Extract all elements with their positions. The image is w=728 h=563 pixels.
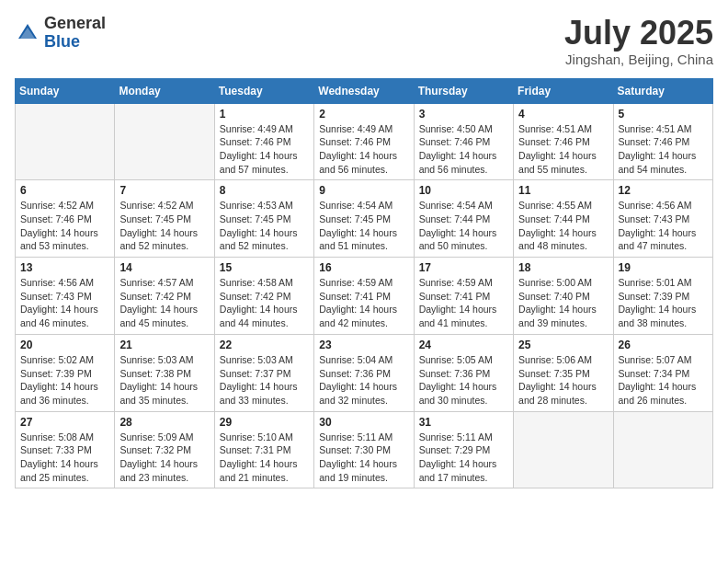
calendar-day-cell: 7Sunrise: 4:52 AM Sunset: 7:45 PM Daylig… (115, 180, 214, 258)
day-info: Sunrise: 4:51 AM Sunset: 7:46 PM Dayligh… (619, 122, 708, 177)
day-info: Sunrise: 5:01 AM Sunset: 7:39 PM Dayligh… (619, 276, 708, 330)
calendar-day-cell: 4Sunrise: 4:51 AM Sunset: 7:46 PM Daylig… (514, 103, 613, 180)
calendar-day-cell: 8Sunrise: 4:53 AM Sunset: 7:45 PM Daylig… (214, 180, 313, 258)
day-info: Sunrise: 4:49 AM Sunset: 7:46 PM Dayligh… (220, 122, 309, 177)
calendar-day-cell: 21Sunrise: 5:03 AM Sunset: 7:38 PM Dayli… (115, 334, 214, 411)
day-number: 22 (220, 339, 309, 351)
day-info: Sunrise: 4:50 AM Sunset: 7:46 PM Dayligh… (419, 122, 508, 177)
day-number: 4 (518, 108, 608, 121)
calendar-day-cell: 31Sunrise: 5:11 AM Sunset: 7:29 PM Dayli… (414, 411, 513, 488)
calendar-day-cell: 1Sunrise: 4:49 AM Sunset: 7:46 PM Daylig… (214, 103, 313, 180)
calendar-day-cell: 18Sunrise: 5:00 AM Sunset: 7:40 PM Dayli… (514, 258, 613, 335)
calendar-day-cell: 23Sunrise: 5:04 AM Sunset: 7:36 PM Dayli… (314, 334, 414, 411)
day-number: 28 (119, 416, 209, 429)
day-info: Sunrise: 4:53 AM Sunset: 7:45 PM Dayligh… (220, 199, 309, 253)
day-number: 3 (419, 108, 508, 121)
day-info: Sunrise: 5:02 AM Sunset: 7:39 PM Dayligh… (20, 353, 109, 408)
day-number: 8 (220, 184, 309, 197)
calendar-week-row: 13Sunrise: 4:56 AM Sunset: 7:43 PM Dayli… (16, 258, 713, 335)
day-number: 12 (619, 184, 708, 197)
day-number: 18 (518, 261, 608, 274)
calendar-day-cell: 10Sunrise: 4:54 AM Sunset: 7:44 PM Dayli… (414, 180, 513, 258)
logo-blue-text: Blue (44, 32, 80, 51)
weekday-header-row: SundayMondayTuesdayWednesdayThursdayFrid… (16, 78, 713, 103)
location: Jingshan, Beijing, China (564, 52, 713, 67)
day-number: 13 (20, 261, 109, 274)
day-info: Sunrise: 4:52 AM Sunset: 7:46 PM Dayligh… (20, 199, 109, 253)
day-number: 31 (419, 416, 508, 429)
logo-general-text: General (44, 14, 106, 32)
day-info: Sunrise: 5:09 AM Sunset: 7:32 PM Dayligh… (119, 431, 209, 485)
day-number: 16 (319, 261, 408, 274)
calendar-day-cell: 19Sunrise: 5:01 AM Sunset: 7:39 PM Dayli… (613, 258, 712, 335)
calendar-day-cell: 6Sunrise: 4:52 AM Sunset: 7:46 PM Daylig… (16, 180, 115, 258)
day-number: 9 (319, 184, 408, 197)
logo-text: General Blue (44, 15, 106, 52)
calendar-day-cell: 25Sunrise: 5:06 AM Sunset: 7:35 PM Dayli… (514, 334, 613, 411)
day-info: Sunrise: 4:56 AM Sunset: 7:43 PM Dayligh… (20, 276, 109, 330)
day-number: 27 (20, 416, 109, 429)
day-number: 24 (419, 339, 508, 351)
calendar-day-cell: 30Sunrise: 5:11 AM Sunset: 7:30 PM Dayli… (314, 411, 414, 488)
calendar-day-cell: 26Sunrise: 5:07 AM Sunset: 7:34 PM Dayli… (613, 334, 712, 411)
calendar-day-cell: 24Sunrise: 5:05 AM Sunset: 7:36 PM Dayli… (414, 334, 513, 411)
day-info: Sunrise: 5:08 AM Sunset: 7:33 PM Dayligh… (20, 431, 109, 485)
weekday-header: Wednesday (314, 78, 414, 103)
day-info: Sunrise: 5:11 AM Sunset: 7:29 PM Dayligh… (419, 431, 508, 485)
calendar-day-cell: 3Sunrise: 4:50 AM Sunset: 7:46 PM Daylig… (414, 103, 513, 180)
weekday-header: Saturday (613, 78, 712, 103)
day-info: Sunrise: 5:04 AM Sunset: 7:36 PM Dayligh… (319, 353, 408, 408)
day-info: Sunrise: 4:51 AM Sunset: 7:46 PM Dayligh… (518, 122, 608, 177)
day-number: 30 (319, 416, 408, 429)
day-number: 6 (20, 184, 109, 197)
month-title: July 2025 (564, 15, 713, 52)
calendar-day-cell: 11Sunrise: 4:55 AM Sunset: 7:44 PM Dayli… (514, 180, 613, 258)
day-info: Sunrise: 4:59 AM Sunset: 7:41 PM Dayligh… (419, 276, 508, 330)
logo: General Blue (15, 15, 106, 52)
calendar-week-row: 20Sunrise: 5:02 AM Sunset: 7:39 PM Dayli… (16, 334, 713, 411)
day-info: Sunrise: 5:10 AM Sunset: 7:31 PM Dayligh… (220, 431, 309, 485)
day-info: Sunrise: 4:54 AM Sunset: 7:45 PM Dayligh… (319, 199, 408, 253)
day-number: 7 (119, 184, 209, 197)
calendar-week-row: 1Sunrise: 4:49 AM Sunset: 7:46 PM Daylig… (16, 103, 713, 180)
day-number: 10 (419, 184, 508, 197)
weekday-header: Monday (115, 78, 214, 103)
weekday-header: Thursday (414, 78, 513, 103)
calendar-day-cell: 27Sunrise: 5:08 AM Sunset: 7:33 PM Dayli… (16, 411, 115, 488)
day-info: Sunrise: 5:03 AM Sunset: 7:37 PM Dayligh… (220, 353, 309, 408)
calendar-day-cell: 9Sunrise: 4:54 AM Sunset: 7:45 PM Daylig… (314, 180, 414, 258)
day-number: 19 (619, 261, 708, 274)
day-number: 1 (220, 108, 309, 121)
day-info: Sunrise: 5:11 AM Sunset: 7:30 PM Dayligh… (319, 431, 408, 485)
calendar-day-cell: 17Sunrise: 4:59 AM Sunset: 7:41 PM Dayli… (414, 258, 513, 335)
title-block: July 2025 Jingshan, Beijing, China (564, 15, 713, 67)
day-number: 14 (119, 261, 209, 274)
calendar-week-row: 6Sunrise: 4:52 AM Sunset: 7:46 PM Daylig… (16, 180, 713, 258)
day-number: 2 (319, 108, 408, 121)
day-info: Sunrise: 4:54 AM Sunset: 7:44 PM Dayligh… (419, 199, 508, 253)
day-number: 17 (419, 261, 508, 274)
calendar-day-cell: 16Sunrise: 4:59 AM Sunset: 7:41 PM Dayli… (314, 258, 414, 335)
calendar-week-row: 27Sunrise: 5:08 AM Sunset: 7:33 PM Dayli… (16, 411, 713, 488)
day-info: Sunrise: 4:52 AM Sunset: 7:45 PM Dayligh… (119, 199, 209, 253)
calendar-day-cell: 14Sunrise: 4:57 AM Sunset: 7:42 PM Dayli… (115, 258, 214, 335)
calendar-day-cell: 2Sunrise: 4:49 AM Sunset: 7:46 PM Daylig… (314, 103, 414, 180)
calendar-day-cell: 13Sunrise: 4:56 AM Sunset: 7:43 PM Dayli… (16, 258, 115, 335)
day-info: Sunrise: 5:06 AM Sunset: 7:35 PM Dayligh… (518, 353, 608, 408)
calendar-day-cell (514, 411, 613, 488)
calendar-day-cell: 12Sunrise: 4:56 AM Sunset: 7:43 PM Dayli… (613, 180, 712, 258)
day-info: Sunrise: 4:55 AM Sunset: 7:44 PM Dayligh… (518, 199, 608, 253)
day-number: 26 (619, 339, 708, 351)
calendar-day-cell: 29Sunrise: 5:10 AM Sunset: 7:31 PM Dayli… (214, 411, 313, 488)
calendar-day-cell: 22Sunrise: 5:03 AM Sunset: 7:37 PM Dayli… (214, 334, 313, 411)
weekday-header: Friday (514, 78, 613, 103)
calendar-day-cell: 20Sunrise: 5:02 AM Sunset: 7:39 PM Dayli… (16, 334, 115, 411)
calendar-day-cell: 5Sunrise: 4:51 AM Sunset: 7:46 PM Daylig… (613, 103, 712, 180)
calendar-day-cell: 15Sunrise: 4:58 AM Sunset: 7:42 PM Dayli… (214, 258, 313, 335)
day-info: Sunrise: 4:49 AM Sunset: 7:46 PM Dayligh… (319, 122, 408, 177)
day-info: Sunrise: 5:00 AM Sunset: 7:40 PM Dayligh… (518, 276, 608, 330)
day-number: 11 (518, 184, 608, 197)
weekday-header: Sunday (16, 78, 115, 103)
day-number: 21 (119, 339, 209, 351)
logo-icon (15, 20, 40, 46)
